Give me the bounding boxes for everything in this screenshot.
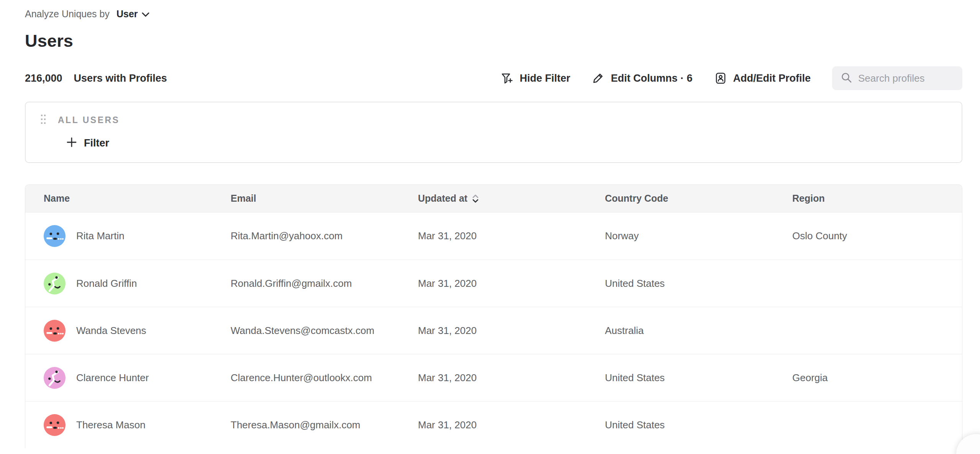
add-edit-profile-label: Add/Edit Profile [733, 72, 811, 84]
avatar [44, 367, 66, 389]
user-name: Ronald Griffin [76, 278, 137, 290]
table-row[interactable]: Theresa Mason Theresa.Mason@gmailx.com M… [25, 401, 962, 448]
table-row[interactable]: Wanda Stevens Wanda.Stevens@comcastx.com… [25, 307, 962, 354]
analyze-uniques-dropdown[interactable]: User [116, 8, 149, 20]
funnel-plus-icon [500, 72, 513, 85]
column-header-region[interactable]: Region [774, 185, 962, 212]
hide-filter-button[interactable]: Hide Filter [500, 72, 570, 85]
cell-region [774, 260, 962, 307]
analyze-uniques-value: User [116, 8, 138, 20]
drag-handle-icon[interactable] [40, 113, 46, 127]
pencil-icon [592, 72, 605, 85]
table-body: Rita Martin Rita.Martin@yahoox.com Mar 3… [25, 212, 962, 448]
edit-columns-button[interactable]: Edit Columns · 6 [592, 72, 692, 85]
cell-country-code: United States [587, 354, 774, 401]
cell-country-code: United States [587, 260, 774, 307]
toolbar: Hide Filter Edit Columns · 6 [500, 66, 962, 90]
column-header-email[interactable]: Email [212, 185, 400, 212]
cell-region: Georgia [774, 354, 962, 401]
user-name: Wanda Stevens [76, 325, 146, 337]
cell-updated-at: Mar 31, 2020 [400, 212, 587, 260]
profile-count-value: 216,000 [25, 72, 62, 84]
avatar [44, 225, 66, 247]
table-row[interactable]: Ronald Griffin Ronald.Griffin@gmailx.com… [25, 260, 962, 307]
add-filter-label: Filter [84, 137, 109, 149]
cell-updated-at: Mar 31, 2020 [400, 354, 587, 401]
cell-name: Theresa Mason [25, 401, 212, 448]
search-profiles-box[interactable] [832, 66, 962, 90]
column-header-label: Region [792, 193, 825, 204]
add-filter-button[interactable]: Filter [66, 137, 109, 149]
cell-updated-at: Mar 31, 2020 [400, 401, 587, 448]
column-header-country-code[interactable]: Country Code [587, 185, 774, 212]
analyze-uniques-label: Analyze Uniques by [25, 8, 110, 20]
avatar [44, 320, 66, 342]
magnifier-icon [841, 72, 852, 85]
cell-country-code: Norway [587, 212, 774, 260]
page-title: Users [25, 31, 962, 51]
users-page: Analyze Uniques by User Users 216,000 Us… [0, 8, 980, 448]
cell-email: Clarence.Hunter@outlookx.com [212, 354, 400, 401]
cell-name: Rita Martin [25, 212, 212, 260]
cell-name: Clarence Hunter [25, 354, 212, 401]
cell-country-code: Australia [587, 307, 774, 354]
column-header-label: Updated at [418, 193, 467, 204]
cell-region [774, 401, 962, 448]
analyze-uniques-row: Analyze Uniques by User [25, 8, 962, 20]
avatar [44, 273, 66, 294]
cell-email: Wanda.Stevens@comcastx.com [212, 307, 400, 354]
column-header-updated-at[interactable]: Updated at [400, 185, 587, 212]
hide-filter-label: Hide Filter [519, 72, 570, 84]
cell-region: Oslo County [774, 212, 962, 260]
sort-arrows-icon [472, 194, 479, 203]
user-name: Clarence Hunter [76, 372, 149, 384]
profile-count: 216,000 Users with Profiles [25, 72, 167, 84]
table-row[interactable]: Rita Martin Rita.Martin@yahoox.com Mar 3… [25, 212, 962, 260]
column-header-label: Country Code [605, 193, 668, 204]
search-profiles-input[interactable] [858, 72, 954, 84]
table-header-row: NameEmailUpdated atCountry CodeRegion [25, 185, 962, 212]
cell-email: Rita.Martin@yahoox.com [212, 212, 400, 260]
chevron-down-icon [142, 8, 149, 20]
column-header-name[interactable]: Name [25, 185, 212, 212]
cell-region [774, 307, 962, 354]
profile-count-label: Users with Profiles [74, 72, 167, 84]
cell-email: Ronald.Griffin@gmailx.com [212, 260, 400, 307]
users-table: NameEmailUpdated atCountry CodeRegion Ri… [25, 184, 962, 448]
stats-toolbar-row: 216,000 Users with Profiles Hide Filter [25, 66, 962, 90]
filter-group-label: ALL USERS [58, 115, 120, 125]
cell-updated-at: Mar 31, 2020 [400, 307, 587, 354]
avatar [44, 414, 66, 436]
profile-card-icon [714, 72, 727, 85]
cell-name: Wanda Stevens [25, 307, 212, 354]
column-header-label: Name [44, 193, 70, 204]
column-header-label: Email [231, 193, 256, 204]
user-name: Theresa Mason [76, 419, 146, 431]
plus-icon [66, 137, 77, 149]
cell-email: Theresa.Mason@gmailx.com [212, 401, 400, 448]
user-name: Rita Martin [76, 230, 125, 242]
cell-updated-at: Mar 31, 2020 [400, 260, 587, 307]
cell-name: Ronald Griffin [25, 260, 212, 307]
table-row[interactable]: Clarence Hunter Clarence.Hunter@outlookx… [25, 354, 962, 401]
filter-panel: ALL USERS Filter [25, 102, 962, 163]
cell-country-code: United States [587, 401, 774, 448]
add-edit-profile-button[interactable]: Add/Edit Profile [714, 72, 811, 85]
edit-columns-label: Edit Columns · 6 [611, 72, 692, 84]
